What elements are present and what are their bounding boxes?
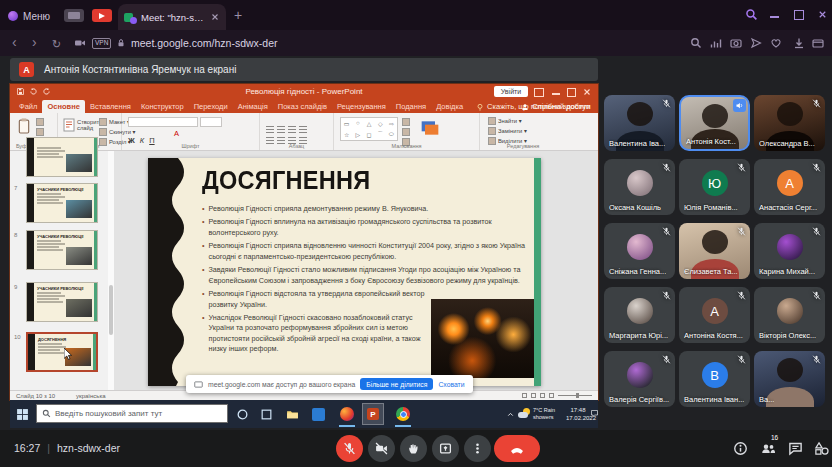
font-size-box[interactable] <box>200 117 222 127</box>
ppt-signin-button[interactable]: Увійти <box>494 86 528 97</box>
shapes-gallery[interactable]: ▭○△◇⇨☆▷◻⌒⬭ <box>340 117 398 141</box>
ppt-tab-2[interactable]: Вставлення <box>85 100 136 113</box>
participant-tile-14[interactable]: Ва... <box>754 351 825 407</box>
new-tab-button[interactable]: + <box>234 7 242 23</box>
window-maximize-button[interactable] <box>794 10 804 20</box>
screenshot-icon[interactable] <box>730 37 742 49</box>
participant-tile-11[interactable]: Вікторія Олекс... <box>754 287 825 343</box>
ppt-minimize-button[interactable] <box>552 93 560 95</box>
participant-tile-7[interactable]: Єлизавета Та... <box>679 223 750 279</box>
new-slide-icon[interactable] <box>63 118 75 132</box>
ppt-tab-0[interactable]: Файл <box>14 100 42 113</box>
participant-tile-13[interactable]: ВВалентина Іван... <box>679 351 750 407</box>
active-tab[interactable]: Meet: "hzn-sdwx-der" <box>118 4 226 30</box>
tray-expand-icon[interactable] <box>506 410 515 419</box>
participant-tile-5[interactable]: ААнастасія Серг... <box>754 159 825 215</box>
browser-search-icon[interactable] <box>745 8 758 21</box>
ppt-close-button[interactable] <box>582 87 592 97</box>
chat-icon[interactable] <box>788 441 803 456</box>
meeting-info[interactable]: 16:27 | hzn-sdwx-der <box>14 442 120 454</box>
url-text[interactable]: meet.google.com/hzn-sdwx-der <box>131 37 277 49</box>
action-center-icon[interactable] <box>590 409 599 418</box>
participant-tile-6[interactable]: Сніжана Генна... <box>604 223 675 279</box>
more-options-button[interactable] <box>464 435 491 462</box>
ppt-tab-5[interactable]: Анімація <box>233 100 273 113</box>
ppt-tab-4[interactable]: Переходи <box>189 100 233 113</box>
mic-toggle-button[interactable] <box>336 435 363 462</box>
quick-styles-icon[interactable] <box>420 118 440 138</box>
taskbar-clock[interactable]: 17:48 17.02.2022 <box>566 407 590 423</box>
shared-screen[interactable]: Революція гідності - PowerPoint Увійти Ф… <box>10 84 598 428</box>
powerpoint-taskbar-icon[interactable]: P <box>362 403 384 425</box>
reload-button[interactable]: ↻ <box>52 36 61 52</box>
tab-camera-icon[interactable] <box>74 37 86 49</box>
window-minimize-button[interactable] <box>770 16 779 18</box>
new-slide-button[interactable]: Створити слайд <box>77 119 99 132</box>
participant-tile-0[interactable]: Валентина Іва... <box>604 95 675 151</box>
menu-tab[interactable]: Меню <box>8 6 50 26</box>
participant-tile-8[interactable]: Карина Михай... <box>754 223 825 279</box>
zoom-slider[interactable] <box>558 395 592 396</box>
meeting-details-icon[interactable] <box>733 441 748 456</box>
participants-icon[interactable] <box>761 441 776 456</box>
start-button[interactable] <box>16 408 29 421</box>
wallet-icon[interactable] <box>812 37 824 49</box>
slide-thumbnail-7[interactable]: УЧАСНИКИ РЕВОЛЮЦІЇ <box>26 183 98 223</box>
ppt-tab-7[interactable]: Рецензування <box>332 100 391 113</box>
share-icon[interactable] <box>750 37 762 49</box>
back-button[interactable]: ‹ <box>12 34 17 50</box>
find-icon[interactable] <box>690 37 702 49</box>
editing-button-1[interactable]: Замінити ▾ <box>488 127 527 135</box>
slide-thumbnail-9[interactable]: УЧАСНИКИ РЕВОЛЮЦІЇ <box>26 282 98 322</box>
ppt-tab-3[interactable]: Конструктор <box>136 100 189 113</box>
participant-tile-3[interactable]: Оксана Кошіль <box>604 159 675 215</box>
pinned-tab-youtube[interactable] <box>92 9 112 22</box>
participant-tile-9[interactable]: Маргарита Юрі... <box>604 287 675 343</box>
ppt-tab-1[interactable]: Основне <box>42 100 84 113</box>
raise-hand-button[interactable] <box>400 435 427 462</box>
hide-popup-link[interactable]: Сховати <box>438 381 464 388</box>
font-name-box[interactable] <box>128 117 198 127</box>
chrome-taskbar-icon[interactable] <box>396 407 410 421</box>
task-view-button[interactable] <box>260 408 273 421</box>
slide-thumbnail-8[interactable]: УЧАСНИКИ РЕВОЛЮЦІЇ <box>26 230 98 270</box>
ppt-share-button[interactable]: Спільний доступ <box>521 102 590 111</box>
weather-text[interactable]: 7°C Rain showers <box>533 407 565 421</box>
ppt-tab-8[interactable]: Подання <box>391 100 431 113</box>
downloads-icon[interactable] <box>793 37 805 49</box>
ppt-tab-9[interactable]: Довідка <box>431 100 468 113</box>
tab-close-icon[interactable] <box>210 12 220 22</box>
window-close-button[interactable] <box>817 9 828 20</box>
leave-call-button[interactable] <box>494 435 540 462</box>
file-explorer-icon[interactable] <box>286 408 299 421</box>
arrange-buttons[interactable] <box>402 118 410 146</box>
ppt-tab-6[interactable]: Показ слайдів <box>273 100 332 113</box>
current-slide[interactable]: ДОСЯГНЕННЯ •Революція Гідності сприяла д… <box>148 158 541 386</box>
participant-tile-12[interactable]: Валерія Сергіїв... <box>604 351 675 407</box>
status-view-controls[interactable] <box>522 393 592 398</box>
participant-tile-4[interactable]: ЮЮлія Романів... <box>679 159 750 215</box>
store-icon[interactable] <box>312 408 325 421</box>
pinned-tab[interactable] <box>64 9 84 22</box>
slide-thumbnail-10[interactable]: ДОСЯГНЕННЯ <box>26 332 98 372</box>
participant-tile-10[interactable]: ААнтоніна Костя... <box>679 287 750 343</box>
lock-icon[interactable] <box>116 38 126 48</box>
camera-toggle-button[interactable] <box>368 435 395 462</box>
ribbon-options-button[interactable] <box>534 88 544 97</box>
ppt-restore-button[interactable] <box>567 88 576 97</box>
stats-icon[interactable] <box>710 37 722 49</box>
language-indicator[interactable]: українська <box>76 393 106 399</box>
bookmark-icon[interactable] <box>770 37 782 49</box>
forward-button[interactable]: › <box>32 34 37 50</box>
browser-taskbar-icon[interactable] <box>340 407 354 421</box>
participant-tile-2[interactable]: Олександра В... <box>754 95 825 151</box>
editing-button-0[interactable]: Знайти ▾ <box>488 117 527 125</box>
stop-sharing-button[interactable]: Більше не ділитися <box>360 378 433 390</box>
weather-icon[interactable] <box>518 408 530 420</box>
participant-tile-1[interactable]: Антонія Кост... <box>679 95 750 151</box>
present-button[interactable] <box>432 435 459 462</box>
activities-icon[interactable] <box>814 441 829 456</box>
slide-thumbnail-partial[interactable] <box>26 137 98 177</box>
taskbar-search-box[interactable]: Введіть пошуковий запит тут <box>36 404 228 423</box>
vpn-badge[interactable]: VPN <box>92 38 111 49</box>
